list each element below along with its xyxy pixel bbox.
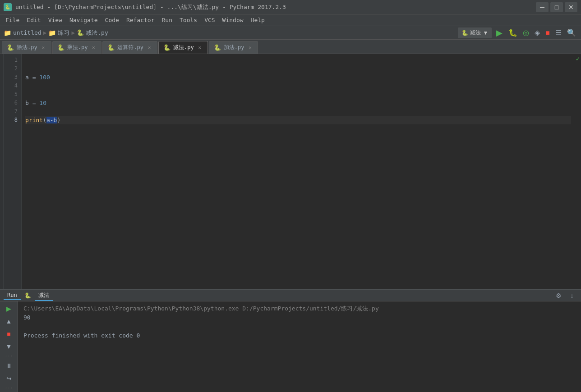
minimize-button[interactable]: ─ xyxy=(536,2,549,12)
line-num-4: 4 xyxy=(4,82,18,90)
menu-code[interactable]: Code xyxy=(101,16,123,24)
tab-jianfa[interactable]: 🐍 减法.py ✕ xyxy=(158,41,208,54)
menu-help[interactable]: Help xyxy=(247,16,268,24)
line-num-7: 7 xyxy=(4,107,18,116)
breadcrumb-project[interactable]: 📁 untitled xyxy=(4,29,42,36)
run-config-dropdown[interactable]: 🐍 减法 ▼ xyxy=(458,27,492,38)
breadcrumb-folder[interactable]: 📁 练习 xyxy=(48,29,69,37)
run-button[interactable]: ▶ xyxy=(494,28,504,38)
settings-button[interactable]: ⚙ xyxy=(553,290,564,301)
code-line-6: b = 10 xyxy=(25,99,571,107)
bottom-tab-run-name[interactable]: 减法 xyxy=(35,291,53,301)
left-gutter xyxy=(0,54,4,289)
menu-refactor[interactable]: Refactor xyxy=(123,16,158,24)
menu-vcs[interactable]: VCS xyxy=(201,16,218,24)
stop-button[interactable]: ■ xyxy=(544,29,551,37)
nav-bar: 📁 untitled ▶ 📁 练习 ▶ 🐍 减法.py 🐍 减法 ▼ ▶ 🐛 ◎… xyxy=(0,26,581,40)
redirect-input-button[interactable]: ↪ xyxy=(4,373,14,384)
tab-close-1[interactable]: ✕ xyxy=(90,45,97,51)
console-line-1: C:\Users\EA\AppData\Local\Programs\Pytho… xyxy=(23,304,576,313)
debug-button[interactable]: 🐛 xyxy=(507,28,519,37)
console-line-4: Process finished with exit code 0 xyxy=(23,331,576,340)
menu-window[interactable]: Window xyxy=(219,16,247,24)
tab-bar: 🐍 除法.py ✕ 🐍 乘法.py ✕ 🐍 运算符.py ✕ 🐍 减法.py ✕… xyxy=(0,40,581,54)
bottom-tabs: Run 🐍 减法 ⚙ ↓ xyxy=(0,290,581,301)
scroll-up-button[interactable]: ▲ xyxy=(4,316,14,327)
tab-icon-0: 🐍 xyxy=(7,44,14,51)
run-config-list-button[interactable]: ☰ xyxy=(554,28,563,37)
tab-label-4: 加法.py xyxy=(224,44,244,51)
search-everywhere-button[interactable]: 🔍 xyxy=(566,28,577,37)
menu-tools[interactable]: Tools xyxy=(176,16,201,24)
run-again-button[interactable]: ▶ xyxy=(4,303,14,314)
tab-label-3: 减法.py xyxy=(173,44,194,51)
bottom-tabs-right: ⚙ ↓ xyxy=(553,290,577,301)
tab-close-2[interactable]: ✕ xyxy=(146,45,152,51)
maximize-button[interactable]: □ xyxy=(550,2,563,12)
line-num-5: 5 xyxy=(4,90,18,99)
menu-run[interactable]: Run xyxy=(158,16,176,24)
tab-close-4[interactable]: ✕ xyxy=(247,45,253,51)
code-line-3: a = 100 xyxy=(25,73,571,82)
pin-button[interactable]: ↓ xyxy=(567,290,577,301)
editor-container: 1 2 3 4 5 6 7 8 a = 100 b = 10 print(a-b… xyxy=(0,54,581,289)
toolbar-right: 🐍 减法 ▼ ▶ 🐛 ◎ ◈ ■ ☰ 🔍 xyxy=(458,27,577,38)
console-line-2: 90 xyxy=(23,313,576,322)
coverage-button[interactable]: ◎ xyxy=(521,28,530,37)
bottom-content: ▶ ▲ ■ ▼ ··· ⏸ ↪ ··· ⤻ ⤓ ··· >> >> C:\Use… xyxy=(0,301,581,392)
tab-label-0: 除法.py xyxy=(17,44,37,51)
tab-jiafa[interactable]: 🐍 加法.py ✕ xyxy=(209,41,258,54)
bottom-left-toolbar: ▶ ▲ ■ ▼ ··· ⏸ ↪ ··· ⤻ ⤓ ··· >> >> xyxy=(0,301,18,392)
tab-label-1: 乘法.py xyxy=(67,44,88,51)
breadcrumb-file-label: 减法.py xyxy=(86,29,108,37)
code-line-2 xyxy=(25,64,571,73)
breadcrumb-folder-label: 练习 xyxy=(58,29,69,37)
breadcrumb-file[interactable]: 🐍 减法.py xyxy=(77,29,108,37)
close-button[interactable]: ✕ xyxy=(565,2,577,12)
scroll-down-button[interactable]: ▼ xyxy=(4,341,14,352)
profile-button[interactable]: ◈ xyxy=(533,28,541,37)
bottom-tabs-left: Run 🐍 减法 xyxy=(4,291,53,301)
file-icon: 🐍 xyxy=(77,29,84,36)
tab-chуfa[interactable]: 🐍 除法.py ✕ xyxy=(2,41,51,54)
menu-file[interactable]: File xyxy=(2,16,23,24)
chevron-down-icon: ▼ xyxy=(483,30,488,36)
line-num-1: 1 xyxy=(4,56,18,64)
title-bar-left: 🐍 untitled - [D:\PycharmProjects\untitle… xyxy=(4,3,286,11)
line-num-2: 2 xyxy=(4,64,18,73)
menu-bar: File Edit View Navigate Code Refactor Ru… xyxy=(0,14,581,26)
code-line-8: print(a-b) xyxy=(25,116,571,124)
title-bar-controls: ─ □ ✕ xyxy=(536,2,577,12)
menu-view[interactable]: View xyxy=(45,16,66,24)
bottom-tab-run[interactable]: Run xyxy=(4,291,21,300)
folder-icon-2: 📁 xyxy=(48,29,56,36)
tab-chengfa[interactable]: 🐍 乘法.py ✕ xyxy=(52,41,102,54)
run-config-label: 减法 xyxy=(470,29,481,36)
tab-icon-3: 🐍 xyxy=(163,44,171,51)
breadcrumb-project-label: untitled xyxy=(13,29,42,36)
code-line-4 xyxy=(25,82,571,90)
console-line-3 xyxy=(23,322,576,331)
stop-run-button[interactable]: ■ xyxy=(4,328,14,339)
tab-icon-1: 🐍 xyxy=(57,44,65,51)
folder-icon: 📁 xyxy=(4,29,11,36)
separator-dots: ··· xyxy=(5,354,13,359)
file-clean-indicator: ✓ xyxy=(576,55,580,62)
run-tab-icon: 🐍 xyxy=(24,292,31,299)
tab-close-3[interactable]: ✕ xyxy=(197,45,203,51)
line-num-3: 3 xyxy=(4,73,18,82)
code-line-5 xyxy=(25,90,571,99)
tab-icon-2: 🐍 xyxy=(107,44,115,51)
pause-button[interactable]: ⏸ xyxy=(4,360,14,371)
tab-label-2: 运算符.py xyxy=(117,44,143,51)
tab-icon-4: 🐍 xyxy=(214,44,221,51)
tab-close-0[interactable]: ✕ xyxy=(40,45,46,51)
tab-yunsuan[interactable]: 🐍 运算符.py ✕ xyxy=(102,41,157,54)
menu-edit[interactable]: Edit xyxy=(23,16,44,24)
menu-navigate[interactable]: Navigate xyxy=(66,16,101,24)
code-editor[interactable]: a = 100 b = 10 print(a-b) xyxy=(22,54,575,289)
title-bar-text: untitled - [D:\PycharmProjects\untitled]… xyxy=(15,3,286,11)
code-line-1 xyxy=(25,56,571,64)
line-num-6: 6 xyxy=(4,99,18,107)
breadcrumb-sep-1: ▶ xyxy=(43,29,47,36)
